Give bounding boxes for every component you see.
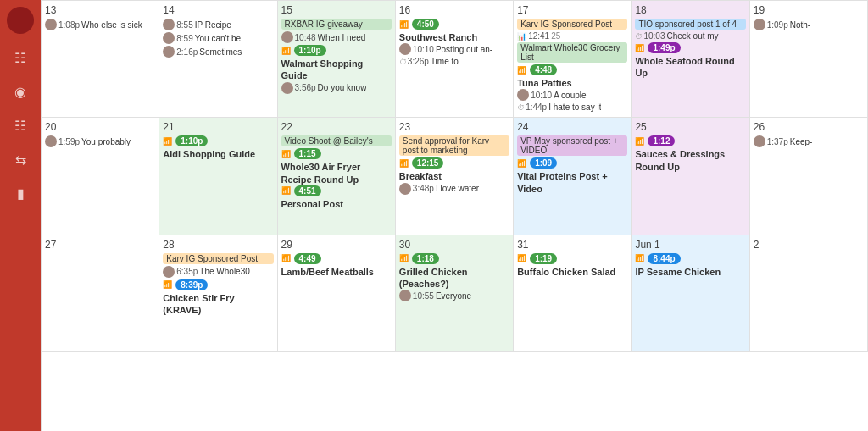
day-cell[interactable]: 15RXBAR IG giveaway10:48When I need📶1:10… — [278, 1, 396, 118]
event-pill-block[interactable]: 📶8:44pIP Sesame Chicken — [635, 253, 745, 278]
event-title: Personal Post — [281, 198, 392, 210]
event-clock-line[interactable]: ⏱3:26pTime to — [399, 57, 509, 66]
day-cell[interactable]: 16📶4:50Southwest Ranch10:10Posting out a… — [396, 1, 514, 118]
event-time: 1:09p — [767, 20, 788, 30]
day-cell[interactable]: 18TIO sponsored post 1 of 4⏱10:03Check o… — [632, 1, 749, 118]
event-title: Vital Proteins Post + Video — [517, 170, 627, 195]
event-line[interactable]: 8:55IP Recipe — [163, 19, 273, 30]
event-full[interactable]: Walmart Whole30 Grocery List — [517, 42, 627, 63]
day-cell[interactable]: 28Karv IG Sponsored Post6:35pThe Whole30… — [159, 235, 277, 352]
day-cell[interactable]: 261:37pKeep- — [750, 118, 868, 235]
avatar-icon — [45, 135, 57, 147]
event-line[interactable]: 1:37pKeep- — [754, 135, 864, 147]
event-line[interactable]: 2:16pSometimes — [163, 46, 273, 58]
event-pill-block[interactable]: 📶1:19Buffalo Chicken Salad — [517, 253, 627, 278]
event-clock-line[interactable]: ⏱10:03Check out my — [635, 31, 745, 41]
event-text: Check out my — [666, 31, 718, 41]
day-cell[interactable]: 30📶1:18Grilled Chicken (Peaches?)10:55Ev… — [396, 235, 514, 352]
event-line[interactable]: 1:59pYou probably — [45, 135, 155, 147]
clock-icon: ⏱ — [517, 103, 525, 112]
calendar-icon[interactable]: ☷ — [10, 47, 31, 68]
event-pill-block[interactable]: 📶4:49Lamb/Beef Meatballs — [281, 253, 392, 278]
event-title: Whole30 Air Fryer Recipe Round Up — [281, 161, 392, 185]
event-line[interactable]: 8:59You can't be — [163, 32, 273, 44]
event-line[interactable]: 3:48pI love water — [399, 183, 509, 195]
event-pill-block[interactable]: 📶12:15Breakfast — [399, 157, 509, 182]
event-time: 10:03 — [643, 31, 665, 41]
calendar-grid: 131:08pWho else is sick148:55IP Recipe8:… — [41, 0, 868, 431]
event-time: 3:48p — [413, 184, 434, 193]
day-cell[interactable]: 29📶4:49Lamb/Beef Meatballs — [278, 235, 396, 352]
event-line[interactable]: 10:48When I need — [281, 31, 392, 43]
day-number: 27 — [45, 239, 155, 251]
day-cell[interactable]: 22Video Shoot @ Bailey's📶1:15Whole30 Air… — [278, 118, 396, 235]
event-text: IP Recipe — [195, 20, 231, 30]
event-full[interactable]: Video Shoot @ Bailey's — [281, 135, 392, 146]
grid-icon[interactable]: ☷ — [10, 115, 31, 135]
day-cell[interactable]: 148:55IP Recipe8:59You can't be2:16pSome… — [159, 1, 277, 118]
event-line[interactable]: 1:08pWho else is sick — [45, 19, 155, 30]
bar-chart-icon[interactable]: ▮ — [10, 183, 31, 203]
avatar-icon — [163, 19, 175, 30]
day-cell[interactable]: 27 — [42, 235, 159, 352]
event-full-orange[interactable]: Karv IG Sponsored Post — [517, 19, 627, 30]
day-number: 22 — [281, 121, 392, 133]
event-full-purple[interactable]: VP May sponsored post + VIDEO — [517, 135, 627, 156]
event-time-pill: 4:48 — [530, 64, 557, 75]
event-pill-block[interactable]: 📶1:49pWhole Seafood Round Up — [635, 42, 745, 80]
day-cell[interactable]: 24VP May sponsored post + VIDEO📶1:09Vita… — [514, 118, 632, 235]
event-line[interactable]: 10:10A couple — [517, 89, 627, 101]
day-number: 15 — [281, 4, 392, 16]
event-full-orange[interactable]: Send approval for Karv post to marketing — [399, 135, 509, 156]
day-cell[interactable]: 31📶1:19Buffalo Chicken Salad — [514, 235, 632, 352]
event-pill-block[interactable]: 📶1:10pWalmart Shopping Guide — [281, 45, 392, 82]
event-pill-block[interactable]: 📶1:10pAldi Shopping Guide — [163, 135, 273, 160]
event-time: 8:59 — [176, 34, 192, 43]
day-cell[interactable]: 2 — [750, 235, 868, 352]
event-time: 10:10 — [531, 91, 552, 100]
day-number: 18 — [635, 4, 745, 16]
avatar[interactable] — [7, 7, 34, 34]
event-line[interactable]: 10:10Posting out an- — [399, 43, 509, 55]
event-bar-line[interactable]: 📊12:41 25 — [517, 31, 627, 41]
event-full-blue[interactable]: TIO sponsored post 1 of 4 — [635, 19, 745, 30]
day-cell[interactable]: 131:08pWho else is sick — [42, 1, 159, 118]
event-title: Grilled Chicken (Peaches?) — [399, 266, 509, 290]
event-pill-block[interactable]: 📶1:15Whole30 Air Fryer Recipe Round Up — [281, 148, 392, 185]
event-time: 1:44p — [526, 102, 547, 112]
day-cell[interactable]: 21📶1:10pAldi Shopping Guide — [159, 118, 277, 235]
day-cell[interactable]: 25📶1:12Sauces & Dressings Round Up — [632, 118, 749, 235]
day-number: Jun 1 — [635, 239, 745, 251]
event-pill-block[interactable]: 📶4:51Personal Post — [281, 185, 392, 210]
event-time-pill: 1:12 — [648, 135, 675, 146]
day-cell[interactable]: 23Send approval for Karv post to marketi… — [396, 118, 514, 235]
event-pill-block[interactable]: 📶4:48Tuna Patties — [517, 64, 627, 89]
calendar: 131:08pWho else is sick148:55IP Recipe8:… — [41, 0, 868, 431]
circle-icon[interactable]: ◉ — [10, 81, 31, 102]
event-pill-block[interactable]: 📶4:50Southwest Ranch — [399, 19, 509, 43]
day-cell[interactable]: 191:09pNoth- — [750, 1, 868, 118]
event-full[interactable]: RXBAR IG giveaway — [281, 19, 392, 30]
event-pill-block[interactable]: 📶1:12Sauces & Dressings Round Up — [635, 135, 745, 173]
event-line[interactable]: 10:55Everyone — [399, 290, 509, 301]
event-text: You probably — [81, 137, 131, 146]
event-pill-block[interactable]: 📶1:09Vital Proteins Post + Video — [517, 157, 627, 195]
event-time-pill: 1:15 — [294, 148, 321, 159]
event-full-orange[interactable]: Karv IG Sponsored Post — [163, 253, 273, 264]
event-clock-line[interactable]: ⏱1:44pI hate to say it — [517, 102, 627, 112]
event-time-pill: 8:44p — [648, 253, 680, 264]
event-line[interactable]: 6:35pThe Whole30 — [163, 266, 273, 278]
event-pill-block[interactable]: 📶1:18Grilled Chicken (Peaches?) — [399, 253, 509, 290]
day-number: 24 — [517, 121, 627, 133]
event-text: Sometimes — [199, 47, 242, 57]
event-line[interactable]: 1:09pNoth- — [754, 19, 864, 30]
day-cell[interactable]: 17Karv IG Sponsored Post📊12:41 25Walmart… — [514, 1, 632, 118]
event-pill-block[interactable]: 📶8:39pChicken Stir Fry (KRAVE) — [163, 279, 273, 317]
event-text: You can't be — [195, 34, 241, 43]
event-line[interactable]: 3:56pDo you know — [281, 82, 392, 94]
day-cell[interactable]: 201:59pYou probably — [42, 118, 159, 235]
day-cell[interactable]: Jun 1📶8:44pIP Sesame Chicken — [632, 235, 749, 352]
wifi-icon: 📶 — [163, 280, 172, 289]
shuffle-icon[interactable]: ⇆ — [10, 149, 31, 169]
event-text: Keep- — [790, 137, 813, 146]
